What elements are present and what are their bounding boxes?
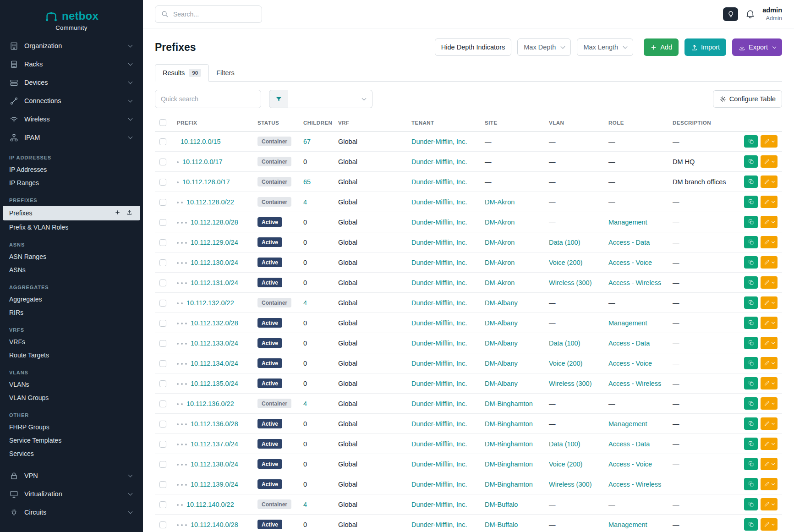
sidebar-item-vpn[interactable]: VPN [0,466,143,485]
column-header-prefix[interactable]: PREFIX [172,115,253,132]
site-link[interactable]: DM-Albany [480,333,544,353]
role-link[interactable]: Access - Voice [604,252,668,273]
clone-button[interactable] [744,357,758,369]
tenant-link[interactable]: Dunder-Mifflin, Inc. [407,373,480,394]
sidebar-item-virtualization[interactable]: Virtualization [0,485,143,503]
prefix-link[interactable]: 10.112.140.0/22 [186,501,234,508]
prefix-link[interactable]: 10.112.138.0/24 [191,461,238,468]
role-link[interactable]: Management [604,414,668,434]
saved-filter-select[interactable] [288,90,372,108]
site-link[interactable]: DM-Buffalo [480,494,544,515]
row-checkbox[interactable] [159,441,166,448]
role-link[interactable]: Access - Wireless [604,474,668,494]
edit-button[interactable] [761,317,778,329]
prefix-link[interactable]: 10.112.129.0/24 [191,239,238,246]
column-header-site[interactable]: SITE [480,115,544,132]
row-checkbox[interactable] [159,280,166,286]
prefix-link[interactable]: 10.112.132.0/22 [186,299,234,307]
row-checkbox[interactable] [159,360,166,367]
site-link[interactable]: DM-Buffalo [480,515,544,532]
column-header-description[interactable]: DESCRIPTION [668,115,734,132]
hide-depth-indicators-button[interactable]: Hide Depth Indicators [435,38,511,56]
children-count[interactable]: 0 [299,212,334,232]
tenant-link[interactable]: Dunder-Mifflin, Inc. [407,454,480,474]
tenant-link[interactable]: Dunder-Mifflin, Inc. [407,353,480,373]
role-link[interactable]: — [604,152,668,172]
clone-button[interactable] [744,397,758,410]
clone-button[interactable] [744,135,758,148]
children-count[interactable]: 0 [299,152,334,172]
children-count[interactable]: 4 [299,192,334,212]
prefix-link[interactable]: 10.112.140.0/28 [191,521,238,528]
column-header-vlan[interactable]: VLAN [544,115,604,132]
children-count[interactable]: 0 [299,353,334,373]
vlan-link[interactable]: Wireless (300) [544,373,604,394]
role-link[interactable]: — [604,192,668,212]
children-count[interactable]: 65 [299,172,334,192]
vlan-link[interactable]: Wireless (300) [544,474,604,494]
clone-button[interactable] [744,276,758,289]
prefix-link[interactable]: 10.112.128.0/28 [191,219,238,226]
role-link[interactable]: Access - Wireless [604,273,668,293]
site-link[interactable]: — [480,172,544,192]
sidebar-quick-add-button[interactable] [112,208,123,218]
sidebar-item-ipam[interactable]: IPAM [0,128,143,147]
prefix-link[interactable]: 10.112.136.0/28 [191,420,238,428]
clone-button[interactable] [744,236,758,248]
sidebar-item-prefix-vlan-roles[interactable]: Prefix & VLAN Roles [3,221,140,234]
sidebar-item-devices[interactable]: Devices [0,73,143,92]
children-count[interactable]: 0 [299,515,334,532]
role-link[interactable]: — [604,132,668,152]
sidebar-item-vlan-groups[interactable]: VLAN Groups [3,391,140,404]
sidebar-item-aggregates[interactable]: Aggregates [3,293,140,306]
children-count[interactable]: 0 [299,313,334,333]
quick-search-input[interactable] [155,90,261,108]
role-link[interactable]: Access - Data [604,232,668,252]
clone-button[interactable] [744,296,758,309]
role-link[interactable]: Access - Voice [604,353,668,373]
row-checkbox[interactable] [159,501,166,508]
sidebar-item-organization[interactable]: Organization [0,37,143,55]
edit-button[interactable] [761,417,778,430]
prefix-link[interactable]: 10.112.137.0/24 [191,440,238,448]
children-count[interactable]: 0 [299,454,334,474]
vlan-link[interactable]: Voice (200) [544,252,604,273]
edit-button[interactable] [761,176,778,188]
vlan-link[interactable]: — [544,394,604,414]
row-checkbox[interactable] [159,320,166,327]
role-link[interactable]: Management [604,313,668,333]
clone-button[interactable] [744,196,758,208]
edit-button[interactable] [761,196,778,208]
children-count[interactable]: 4 [299,494,334,515]
tenant-link[interactable]: Dunder-Mifflin, Inc. [407,474,480,494]
site-link[interactable]: DM-Binghamton [480,454,544,474]
export-button[interactable]: Export [732,38,782,56]
vlan-link[interactable]: — [544,172,604,192]
row-checkbox[interactable] [159,481,166,488]
edit-button[interactable] [761,276,778,289]
vlan-link[interactable]: — [544,515,604,532]
sidebar-item-ip-addresses[interactable]: IP Addresses [3,163,140,176]
tenant-link[interactable]: Dunder-Mifflin, Inc. [407,293,480,313]
clone-button[interactable] [744,478,758,490]
edit-button[interactable] [761,135,778,148]
children-count[interactable]: 0 [299,434,334,454]
vlan-link[interactable]: — [544,212,604,232]
sidebar-item-vlans[interactable]: VLANs [3,378,140,391]
add-button[interactable]: Add [644,38,679,56]
tenant-link[interactable]: Dunder-Mifflin, Inc. [407,273,480,293]
row-checkbox[interactable] [159,421,166,428]
vlan-link[interactable]: Data (100) [544,232,604,252]
edit-button[interactable] [761,357,778,369]
sidebar-item-services[interactable]: Services [3,447,140,460]
sidebar-item-asns[interactable]: ASNs [3,263,140,276]
prefix-link[interactable]: 10.112.0.0/15 [181,138,221,145]
vlan-link[interactable]: — [544,132,604,152]
edit-button[interactable] [761,438,778,450]
tenant-link[interactable]: Dunder-Mifflin, Inc. [407,252,480,273]
sidebar-item-connections[interactable]: Connections [0,92,143,110]
row-checkbox[interactable] [159,179,166,186]
site-link[interactable]: DM-Binghamton [480,394,544,414]
tab-results[interactable]: Results 90 [155,64,209,82]
tenant-link[interactable]: Dunder-Mifflin, Inc. [407,434,480,454]
